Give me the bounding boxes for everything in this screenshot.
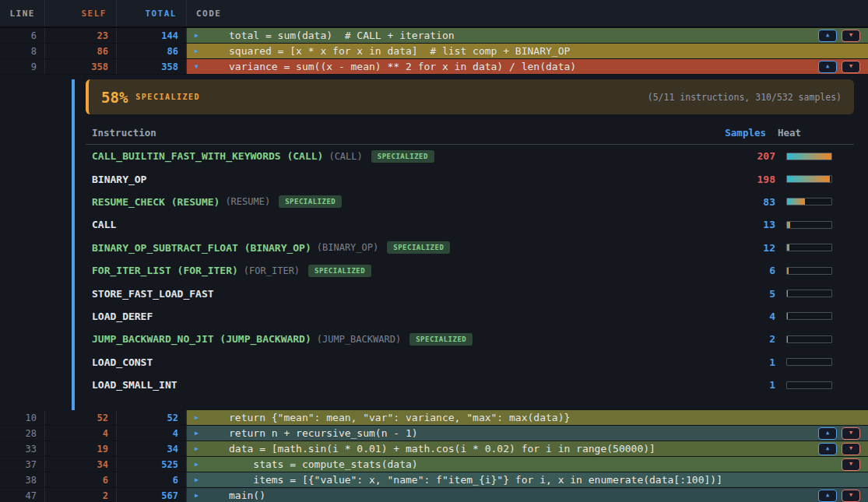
instruction-name-group: LOAD_DEREF xyxy=(92,311,721,322)
instruction-sample-count: 12 xyxy=(721,242,775,254)
instruction-name-group: LOAD_CONST xyxy=(92,356,721,368)
instruction-row: CALL 13 xyxy=(86,213,854,236)
total-sample-count: 358 xyxy=(117,59,187,74)
self-sample-count: 19 xyxy=(45,441,117,456)
line-number: 37 xyxy=(0,457,45,472)
total-sample-count: 4 xyxy=(117,426,187,441)
total-sample-count: 567 xyxy=(117,488,187,502)
row-nav-buttons: ▲ ▼ xyxy=(818,490,860,502)
heat-bar-fill xyxy=(787,176,830,182)
specialized-badge: SPECIALIZED xyxy=(279,195,342,208)
specialized-badge: SPECIALIZED xyxy=(308,265,371,277)
instruction-row: RESUME_CHECK (RESUME) (RESUME) SPECIALIZ… xyxy=(86,191,854,213)
column-header-self[interactable]: SELF xyxy=(45,0,117,26)
code-cell: ▶ squared = [x * x for x in data] # list… xyxy=(187,44,868,58)
column-header-code: CODE xyxy=(187,0,868,26)
heat-bar xyxy=(786,335,832,343)
source-code-text: return {"mean": mean, "var": variance, "… xyxy=(229,412,570,423)
instruction-name: JUMP_BACKWARD_NO_JIT (JUMP_BACKWARD) xyxy=(92,333,311,345)
samples-column-header[interactable]: Samples xyxy=(712,127,766,139)
expand-toggle-icon[interactable]: ▶ xyxy=(195,445,207,452)
code-line-row: 47 2 567 ▶ main() ▲ ▼ xyxy=(0,488,868,502)
instruction-row: LOAD_DEREF 4 xyxy=(86,305,854,328)
instruction-name-group: STORE_FAST_LOAD_FAST xyxy=(92,288,721,300)
expand-toggle-icon[interactable]: ▶ xyxy=(195,32,207,39)
self-sample-count: 358 xyxy=(45,59,117,74)
instruction-name-group: CALL_BUILTIN_FAST_WITH_KEYWORDS (CALL) (… xyxy=(92,150,721,163)
jump-down-button[interactable]: ▼ xyxy=(842,490,860,502)
jump-down-button[interactable]: ▼ xyxy=(842,30,860,42)
total-sample-count: 6 xyxy=(117,472,187,487)
jump-up-button[interactable]: ▲ xyxy=(818,427,837,440)
code-cell: ▶ main() ▲ ▼ xyxy=(187,488,868,502)
instruction-name: BINARY_OP xyxy=(92,174,146,185)
specialized-badge: SPECIALIZED xyxy=(387,241,450,254)
jump-up-button[interactable]: ▲ xyxy=(818,61,837,73)
instruction-table: Instruction Samples Heat CALL_BUILTIN_FA… xyxy=(86,114,854,396)
jump-down-button[interactable]: ▼ xyxy=(842,61,860,73)
instruction-name: LOAD_DEREF xyxy=(92,311,153,322)
column-header-total[interactable]: TOTAL xyxy=(117,0,187,26)
expand-toggle-icon[interactable]: ▶ xyxy=(195,430,207,437)
line-number: 38 xyxy=(0,472,45,487)
source-code-text: data = [math.sin(i * 0.01) + math.cos(i … xyxy=(229,443,655,455)
jump-up-button[interactable]: ▲ xyxy=(818,30,837,42)
specialized-label: SPECIALIZED xyxy=(135,93,200,101)
line-number: 47 xyxy=(0,488,45,502)
expand-toggle-icon[interactable]: ▶ xyxy=(195,492,207,499)
code-cell: ▶ stats = compute_stats(data) ▲ ▼ xyxy=(187,457,868,472)
base-opcode: (CALL) xyxy=(329,151,362,162)
instruction-name-group: JUMP_BACKWARD_NO_JIT (JUMP_BACKWARD) (JU… xyxy=(92,333,721,346)
code-line-row: 38 6 6 ▶ items = [{"value": x, "name": f… xyxy=(0,472,868,488)
heat-bar-fill xyxy=(787,268,789,274)
line-number: 9 xyxy=(0,59,45,74)
heat-bar xyxy=(786,153,832,160)
code-cell: ▶ return {"mean": mean, "var": variance,… xyxy=(187,410,868,425)
heat-column-header[interactable]: Heat xyxy=(777,127,832,139)
table-header-row: LINE SELF TOTAL CODE xyxy=(0,0,868,28)
column-header-line[interactable]: LINE xyxy=(0,0,45,26)
jump-up-button[interactable]: ▲ xyxy=(818,443,837,455)
instruction-name: LOAD_SMALL_INT xyxy=(92,379,177,391)
instruction-name-group: BINARY_OP xyxy=(92,174,721,185)
code-cell: ▶ return n + recursive_sum(n - 1) ▲ ▼ xyxy=(187,426,868,441)
code-line-row: 33 19 34 ▶ data = [math.sin(i * 0.01) + … xyxy=(0,441,868,457)
instruction-sample-count: 4 xyxy=(721,311,775,322)
line-number: 33 xyxy=(0,441,45,456)
code-cell: ▶ total = sum(data) # CALL + iteration ▲… xyxy=(187,28,868,43)
instruction-name: RESUME_CHECK (RESUME) xyxy=(92,196,220,208)
heat-bar-fill xyxy=(787,336,788,342)
expand-toggle-icon[interactable]: ▶ xyxy=(195,461,207,468)
instruction-name: CALL_BUILTIN_FAST_WITH_KEYWORDS (CALL) xyxy=(92,150,323,162)
line-number: 10 xyxy=(0,410,45,425)
heat-bar xyxy=(786,290,832,297)
instruction-row: BINARY_OP 198 xyxy=(86,167,854,190)
instruction-sample-count: 13 xyxy=(721,219,775,230)
instruction-row: LOAD_CONST 1 xyxy=(86,351,854,374)
heat-bar xyxy=(786,221,832,229)
expand-toggle-icon[interactable]: ▼ xyxy=(195,63,207,70)
base-opcode: (RESUME) xyxy=(225,196,270,207)
instruction-sample-count: 5 xyxy=(721,288,775,300)
expand-toggle-icon[interactable]: ▶ xyxy=(195,476,207,483)
instruction-name: BINARY_OP_SUBTRACT_FLOAT (BINARY_OP) xyxy=(92,242,311,254)
jump-down-button[interactable]: ▼ xyxy=(842,458,860,471)
expand-toggle-icon[interactable]: ▶ xyxy=(195,414,207,421)
jump-down-button[interactable]: ▼ xyxy=(842,427,860,440)
code-line-row: 6 23 144 ▶ total = sum(data) # CALL + it… xyxy=(0,28,868,44)
code-cell: ▼ variance = sum((x - mean) ** 2 for x i… xyxy=(187,59,868,74)
line-number: 6 xyxy=(0,28,45,43)
instruction-row: BINARY_OP_SUBTRACT_FLOAT (BINARY_OP) (BI… xyxy=(86,237,854,259)
expand-toggle-icon[interactable]: ▶ xyxy=(195,47,207,54)
instruction-sample-count: 83 xyxy=(721,196,775,208)
total-sample-count: 34 xyxy=(117,441,187,456)
code-line-row: 10 52 52 ▶ return {"mean": mean, "var": … xyxy=(0,410,868,426)
source-code-text: squared = [x * x for x in data] # list c… xyxy=(229,45,570,57)
total-sample-count: 86 xyxy=(117,44,187,58)
self-sample-count: 34 xyxy=(45,457,117,472)
instruction-sample-count: 207 xyxy=(721,150,775,162)
jump-down-button[interactable]: ▼ xyxy=(842,443,860,455)
jump-up-button[interactable]: ▲ xyxy=(818,490,837,502)
self-sample-count: 6 xyxy=(45,472,117,487)
total-sample-count: 525 xyxy=(117,457,187,472)
